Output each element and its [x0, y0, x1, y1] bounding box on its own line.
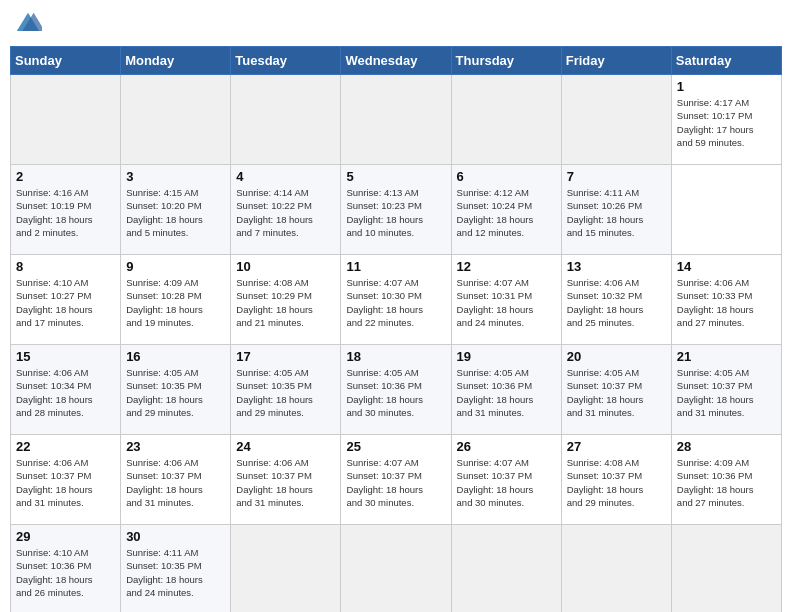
calendar-cell: 4Sunrise: 4:14 AM Sunset: 10:22 PM Dayli… [231, 165, 341, 255]
col-header-saturday: Saturday [671, 47, 781, 75]
calendar-cell: 2Sunrise: 4:16 AM Sunset: 10:19 PM Dayli… [11, 165, 121, 255]
day-number: 2 [16, 169, 115, 184]
day-number: 24 [236, 439, 335, 454]
day-info: Sunrise: 4:10 AM Sunset: 10:36 PM Daylig… [16, 546, 115, 599]
day-info: Sunrise: 4:11 AM Sunset: 10:35 PM Daylig… [126, 546, 225, 599]
calendar-week-1: 1Sunrise: 4:17 AM Sunset: 10:17 PM Dayli… [11, 75, 782, 165]
day-info: Sunrise: 4:08 AM Sunset: 10:29 PM Daylig… [236, 276, 335, 329]
day-number: 5 [346, 169, 445, 184]
calendar-week-5: 22Sunrise: 4:06 AM Sunset: 10:37 PM Dayl… [11, 435, 782, 525]
calendar-week-4: 15Sunrise: 4:06 AM Sunset: 10:34 PM Dayl… [11, 345, 782, 435]
day-info: Sunrise: 4:06 AM Sunset: 10:33 PM Daylig… [677, 276, 776, 329]
calendar-cell: 19Sunrise: 4:05 AM Sunset: 10:36 PM Dayl… [451, 345, 561, 435]
calendar-cell: 6Sunrise: 4:12 AM Sunset: 10:24 PM Dayli… [451, 165, 561, 255]
calendar-cell: 11Sunrise: 4:07 AM Sunset: 10:30 PM Dayl… [341, 255, 451, 345]
calendar-cell: 16Sunrise: 4:05 AM Sunset: 10:35 PM Dayl… [121, 345, 231, 435]
day-info: Sunrise: 4:06 AM Sunset: 10:37 PM Daylig… [126, 456, 225, 509]
day-info: Sunrise: 4:17 AM Sunset: 10:17 PM Daylig… [677, 96, 776, 149]
day-info: Sunrise: 4:13 AM Sunset: 10:23 PM Daylig… [346, 186, 445, 239]
calendar-cell: 12Sunrise: 4:07 AM Sunset: 10:31 PM Dayl… [451, 255, 561, 345]
day-number: 6 [457, 169, 556, 184]
calendar-cell: 20Sunrise: 4:05 AM Sunset: 10:37 PM Dayl… [561, 345, 671, 435]
day-number: 17 [236, 349, 335, 364]
calendar-cell: 7Sunrise: 4:11 AM Sunset: 10:26 PM Dayli… [561, 165, 671, 255]
calendar-cell: 27Sunrise: 4:08 AM Sunset: 10:37 PM Dayl… [561, 435, 671, 525]
calendar-cell: 9Sunrise: 4:09 AM Sunset: 10:28 PM Dayli… [121, 255, 231, 345]
col-header-friday: Friday [561, 47, 671, 75]
day-info: Sunrise: 4:07 AM Sunset: 10:37 PM Daylig… [457, 456, 556, 509]
day-number: 10 [236, 259, 335, 274]
calendar-cell [121, 75, 231, 165]
calendar-cell: 8Sunrise: 4:10 AM Sunset: 10:27 PM Dayli… [11, 255, 121, 345]
calendar-week-2: 2Sunrise: 4:16 AM Sunset: 10:19 PM Dayli… [11, 165, 782, 255]
day-number: 9 [126, 259, 225, 274]
day-info: Sunrise: 4:06 AM Sunset: 10:34 PM Daylig… [16, 366, 115, 419]
calendar-cell [231, 525, 341, 613]
day-info: Sunrise: 4:10 AM Sunset: 10:27 PM Daylig… [16, 276, 115, 329]
calendar-cell: 15Sunrise: 4:06 AM Sunset: 10:34 PM Dayl… [11, 345, 121, 435]
day-number: 1 [677, 79, 776, 94]
day-number: 11 [346, 259, 445, 274]
day-number: 20 [567, 349, 666, 364]
day-number: 29 [16, 529, 115, 544]
day-number: 23 [126, 439, 225, 454]
calendar-table: SundayMondayTuesdayWednesdayThursdayFrid… [10, 46, 782, 612]
calendar-cell [231, 75, 341, 165]
calendar-cell: 1Sunrise: 4:17 AM Sunset: 10:17 PM Dayli… [671, 75, 781, 165]
day-info: Sunrise: 4:06 AM Sunset: 10:32 PM Daylig… [567, 276, 666, 329]
calendar-cell: 3Sunrise: 4:15 AM Sunset: 10:20 PM Dayli… [121, 165, 231, 255]
day-number: 4 [236, 169, 335, 184]
day-info: Sunrise: 4:15 AM Sunset: 10:20 PM Daylig… [126, 186, 225, 239]
calendar-cell: 25Sunrise: 4:07 AM Sunset: 10:37 PM Dayl… [341, 435, 451, 525]
calendar-cell: 24Sunrise: 4:06 AM Sunset: 10:37 PM Dayl… [231, 435, 341, 525]
calendar-cell: 22Sunrise: 4:06 AM Sunset: 10:37 PM Dayl… [11, 435, 121, 525]
calendar-cell [341, 75, 451, 165]
day-info: Sunrise: 4:05 AM Sunset: 10:36 PM Daylig… [457, 366, 556, 419]
day-number: 3 [126, 169, 225, 184]
calendar-header-row: SundayMondayTuesdayWednesdayThursdayFrid… [11, 47, 782, 75]
calendar-cell: 5Sunrise: 4:13 AM Sunset: 10:23 PM Dayli… [341, 165, 451, 255]
col-header-sunday: Sunday [11, 47, 121, 75]
calendar-cell: 18Sunrise: 4:05 AM Sunset: 10:36 PM Dayl… [341, 345, 451, 435]
calendar-cell [671, 525, 781, 613]
day-number: 19 [457, 349, 556, 364]
day-number: 15 [16, 349, 115, 364]
day-number: 13 [567, 259, 666, 274]
day-info: Sunrise: 4:07 AM Sunset: 10:31 PM Daylig… [457, 276, 556, 329]
col-header-wednesday: Wednesday [341, 47, 451, 75]
page-header [10, 10, 782, 38]
calendar-cell: 28Sunrise: 4:09 AM Sunset: 10:36 PM Dayl… [671, 435, 781, 525]
calendar-cell: 10Sunrise: 4:08 AM Sunset: 10:29 PM Dayl… [231, 255, 341, 345]
calendar-cell [561, 525, 671, 613]
day-info: Sunrise: 4:12 AM Sunset: 10:24 PM Daylig… [457, 186, 556, 239]
calendar-cell: 14Sunrise: 4:06 AM Sunset: 10:33 PM Dayl… [671, 255, 781, 345]
day-number: 12 [457, 259, 556, 274]
day-number: 21 [677, 349, 776, 364]
logo-icon [14, 10, 42, 38]
day-info: Sunrise: 4:05 AM Sunset: 10:37 PM Daylig… [567, 366, 666, 419]
day-info: Sunrise: 4:09 AM Sunset: 10:28 PM Daylig… [126, 276, 225, 329]
calendar-cell: 21Sunrise: 4:05 AM Sunset: 10:37 PM Dayl… [671, 345, 781, 435]
day-number: 30 [126, 529, 225, 544]
day-number: 18 [346, 349, 445, 364]
day-number: 26 [457, 439, 556, 454]
calendar-cell: 29Sunrise: 4:10 AM Sunset: 10:36 PM Dayl… [11, 525, 121, 613]
day-number: 8 [16, 259, 115, 274]
day-number: 22 [16, 439, 115, 454]
calendar-week-3: 8Sunrise: 4:10 AM Sunset: 10:27 PM Dayli… [11, 255, 782, 345]
day-info: Sunrise: 4:11 AM Sunset: 10:26 PM Daylig… [567, 186, 666, 239]
col-header-thursday: Thursday [451, 47, 561, 75]
day-info: Sunrise: 4:06 AM Sunset: 10:37 PM Daylig… [16, 456, 115, 509]
col-header-tuesday: Tuesday [231, 47, 341, 75]
day-info: Sunrise: 4:05 AM Sunset: 10:35 PM Daylig… [236, 366, 335, 419]
day-info: Sunrise: 4:05 AM Sunset: 10:36 PM Daylig… [346, 366, 445, 419]
day-info: Sunrise: 4:07 AM Sunset: 10:30 PM Daylig… [346, 276, 445, 329]
calendar-cell: 13Sunrise: 4:06 AM Sunset: 10:32 PM Dayl… [561, 255, 671, 345]
day-info: Sunrise: 4:09 AM Sunset: 10:36 PM Daylig… [677, 456, 776, 509]
day-number: 27 [567, 439, 666, 454]
day-number: 25 [346, 439, 445, 454]
calendar-cell: 23Sunrise: 4:06 AM Sunset: 10:37 PM Dayl… [121, 435, 231, 525]
calendar-cell [561, 75, 671, 165]
calendar-cell: 26Sunrise: 4:07 AM Sunset: 10:37 PM Dayl… [451, 435, 561, 525]
calendar-cell [11, 75, 121, 165]
